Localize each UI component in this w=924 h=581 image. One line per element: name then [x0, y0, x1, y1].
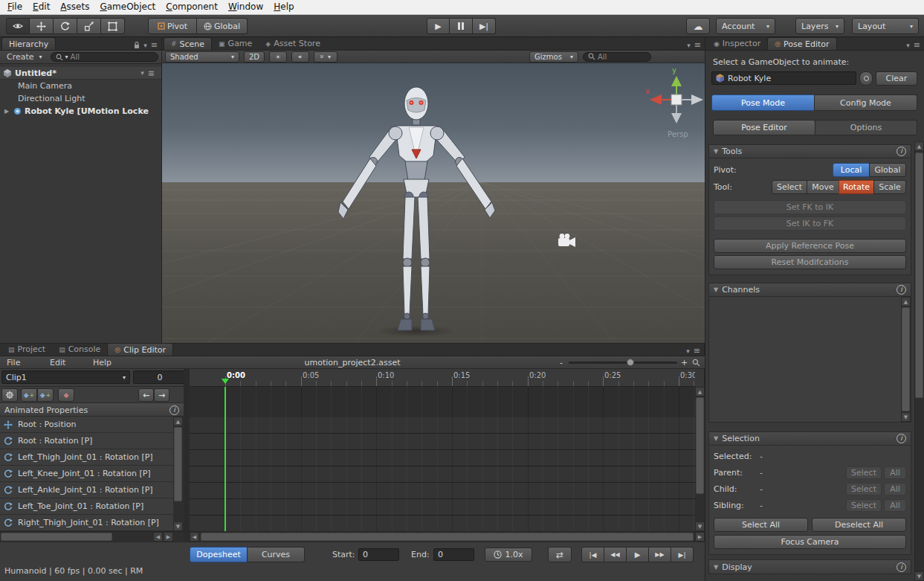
hierarchy-item-main-camera[interactable]: Main Camera	[0, 80, 161, 92]
global-button[interactable]: Global	[197, 18, 248, 34]
cloud-button[interactable]: ☁	[686, 18, 710, 34]
property-row[interactable]: Left_Thigh_Joint_01 : Rotation [P]	[0, 449, 173, 466]
property-row[interactable]: Left_Ankle_Joint_01 : Rotation [P]	[0, 482, 173, 498]
timeline-content[interactable]	[190, 387, 695, 531]
expand-arrow-icon[interactable]: ▶	[3, 108, 10, 115]
clear-button[interactable]: Clear	[876, 71, 917, 86]
info-icon[interactable]: i	[896, 147, 906, 156]
chevron-down-icon[interactable]: ▾	[687, 42, 691, 49]
info-icon[interactable]: i	[896, 434, 906, 443]
loop-toggle-button[interactable]: ⇄	[548, 547, 572, 562]
orientation-gizmo[interactable]: y x Persp	[645, 68, 705, 142]
tool-move-button[interactable]: Move	[807, 180, 839, 194]
zoom-out-icon[interactable]: -	[560, 358, 563, 367]
move-tool-button[interactable]	[30, 18, 54, 34]
scroll-right-icon[interactable]: ▶	[164, 532, 173, 542]
hand-tool-button[interactable]	[6, 18, 30, 34]
set-ik-to-fk-button[interactable]: Set IK to FK	[714, 216, 906, 231]
delete-keyframe-button[interactable]: ◆	[58, 388, 74, 402]
scroll-down-icon[interactable]: ▼	[173, 521, 183, 531]
parent-select-button[interactable]: Select	[846, 466, 882, 479]
layout-dropdown[interactable]: Layout▾	[852, 18, 919, 34]
config-mode-button[interactable]: Config Mode	[814, 94, 917, 111]
hierarchy-item-robot-kyle[interactable]: ▶ Robot Kyle [UMotion Locke	[0, 105, 161, 118]
scroll-left-icon[interactable]: ◀	[190, 532, 199, 542]
add-all-keyframes-button[interactable]: ◆+	[37, 388, 54, 402]
panel-menu-icon[interactable]: ≡	[914, 40, 920, 50]
select-all-button[interactable]: Select All	[714, 518, 808, 532]
property-row[interactable]: Root : Rotation [P]	[0, 433, 173, 449]
scroll-up-icon[interactable]: ▲	[901, 297, 911, 306]
tab-asset-store[interactable]: ◈Asset Store	[259, 37, 327, 50]
menu-assets[interactable]: Assets	[55, 0, 94, 14]
audio-toggle[interactable]	[291, 51, 309, 62]
child-all-button[interactable]: All	[884, 483, 906, 495]
hierarchy-item-directional-light[interactable]: Directional Light	[0, 92, 161, 105]
create-button[interactable]: Create▾	[3, 51, 46, 63]
scroll-down-icon[interactable]: ▼	[695, 521, 705, 531]
clip-settings-button[interactable]	[1, 388, 18, 402]
tools-section-header[interactable]: ▼ Tools i	[709, 145, 911, 158]
timeline-vscrollbar[interactable]: ▲ ▼	[695, 387, 705, 531]
zoom-slider-thumb[interactable]	[627, 359, 634, 366]
tab-hierarchy[interactable]: Hierarchy	[1, 37, 56, 50]
chevron-down-icon[interactable]: ▾	[140, 69, 144, 77]
reset-modifications-button[interactable]: Reset Modifcations	[714, 255, 906, 269]
rotate-tool-button[interactable]	[54, 18, 77, 34]
layers-dropdown[interactable]: Layers▾	[795, 18, 844, 34]
target-object-field[interactable]: Robot Kyle	[711, 71, 856, 85]
pause-button[interactable]	[450, 18, 473, 34]
prev-keyframe-button[interactable]: ←	[138, 388, 154, 402]
menu-file[interactable]: File	[2, 0, 28, 14]
parent-all-button[interactable]: All	[884, 466, 906, 479]
info-icon[interactable]: i	[169, 405, 179, 415]
prev-frame-button[interactable]: ◀◀	[604, 547, 627, 562]
tab-project[interactable]: ▤Project	[1, 343, 52, 356]
channels-scrollbar[interactable]: ▲ ▼	[901, 297, 911, 422]
scroll-up-icon[interactable]: ▲	[173, 417, 183, 426]
menu-gameobject[interactable]: GameObject	[94, 0, 161, 14]
scroll-down-icon[interactable]: ▼	[901, 412, 911, 422]
rect-tool-button[interactable]	[101, 18, 125, 34]
start-field[interactable]: 0	[358, 548, 399, 561]
scroll-up-icon[interactable]: ▲	[914, 141, 924, 151]
property-row[interactable]: Right_Thigh_Joint_01 : Rotation [P]	[0, 515, 173, 531]
tab-pose-editor[interactable]: ◎Pose Editor	[767, 37, 836, 50]
property-row[interactable]: Left_Toe_Joint_01 : Rotation [P]	[0, 498, 173, 515]
play-button[interactable]: ▶	[427, 18, 450, 34]
scene-menu-icon[interactable]: ≡	[148, 68, 155, 78]
gizmos-dropdown[interactable]: Gizmos▾	[529, 51, 578, 62]
pivot-local-button[interactable]: Local	[833, 163, 870, 177]
playhead-line[interactable]	[224, 387, 226, 531]
properties-scrollbar[interactable]: ▲ ▼	[173, 417, 184, 531]
chevron-down-icon[interactable]: ▾	[686, 347, 690, 355]
tab-clip-editor[interactable]: ◎Clip Editor	[107, 343, 173, 356]
clip-dropdown[interactable]: Clip1 ▾	[1, 370, 130, 384]
properties-hscrollbar[interactable]: ◀ ▶	[0, 531, 184, 542]
hierarchy-search-input[interactable]: ▾ All	[51, 52, 158, 62]
panel-menu-icon[interactable]: ≡	[694, 40, 701, 50]
channels-list[interactable]: ▲ ▼	[709, 297, 911, 422]
splitter[interactable]	[184, 369, 190, 542]
lock-icon[interactable]	[134, 42, 140, 49]
go-to-end-button[interactable]: ▶|	[671, 547, 694, 562]
zoom-in-icon[interactable]: +	[681, 358, 688, 367]
curves-tab[interactable]: Curves	[247, 547, 305, 562]
tool-rotate-button[interactable]: Rotate	[839, 180, 874, 194]
2d-toggle[interactable]: 2D	[244, 51, 265, 62]
zoom-slider[interactable]	[569, 362, 677, 364]
menu-help[interactable]: Help	[268, 0, 299, 14]
display-section-header[interactable]: ▼ Display i	[709, 560, 911, 574]
pose-editor-scrollbar[interactable]: ▲ ▼	[914, 141, 924, 581]
search-icon[interactable]	[692, 359, 700, 367]
deselect-all-button[interactable]: Deselect All	[812, 518, 906, 532]
account-dropdown[interactable]: Account▾	[716, 18, 775, 34]
panel-menu-icon[interactable]: ≡	[151, 40, 158, 50]
subtab-pose-editor[interactable]: Pose Editor	[713, 120, 815, 135]
chevron-down-icon[interactable]: ▾	[143, 42, 147, 49]
focus-camera-button[interactable]: Focus Camera	[714, 535, 906, 549]
sibling-select-button[interactable]: Select	[846, 499, 882, 512]
info-icon[interactable]: i	[896, 562, 906, 572]
selection-section-header[interactable]: ▼ Selection i	[709, 432, 911, 446]
sibling-all-button[interactable]: All	[884, 499, 906, 512]
